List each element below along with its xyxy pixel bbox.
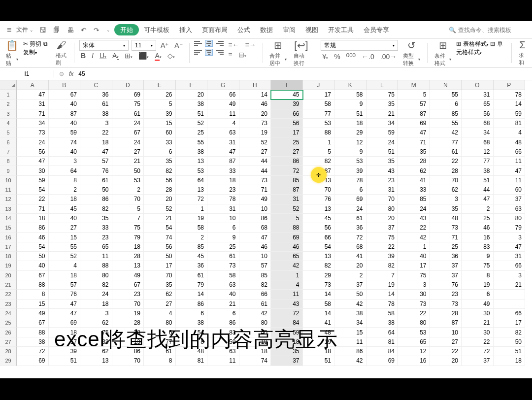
cell[interactable]: 2 [334,271,366,280]
cell[interactable]: 15 [17,300,49,309]
row-header-4[interactable]: 4 [0,119,17,128]
cell[interactable]: 86 [271,157,303,166]
cell[interactable]: 6 [207,223,239,233]
cell[interactable]: 15 [49,233,81,242]
cell[interactable]: 3 [49,157,81,166]
cell[interactable]: 52 [144,204,176,214]
cell[interactable]: 43 [366,166,399,175]
row-header-1[interactable]: 1 [0,90,17,100]
cell[interactable]: 82 [80,204,112,214]
row-header-10[interactable]: 10 [0,176,17,185]
cell[interactable]: 49 [207,100,239,109]
cell[interactable]: 20 [334,261,366,270]
cell[interactable]: 38 [17,337,49,347]
cell[interactable]: 4 [494,128,526,137]
col-header-H[interactable]: H [239,80,271,90]
cell[interactable]: 13 [112,261,144,270]
cell[interactable]: 46 [239,242,271,252]
increase-indent[interactable]: ≡→ [244,40,258,50]
cell[interactable]: 5 [112,204,144,214]
row-header-18[interactable]: 18 [0,252,17,261]
cell[interactable]: 87 [430,318,462,328]
currency-button[interactable]: ¥▾ [321,52,330,62]
cell[interactable]: 14 [303,290,335,299]
cell[interactable]: 85 [176,242,208,252]
cell[interactable]: 69 [398,119,430,128]
save-icon[interactable]: 🖫 [36,24,49,36]
cell[interactable]: 35 [366,157,399,166]
cell[interactable]: 18 [49,195,81,204]
cond-format-group[interactable]: ⊞ 条件格式▾ [432,40,454,66]
orientation[interactable]: ≡ [227,50,233,60]
cell[interactable]: 47 [17,90,49,100]
cell[interactable]: 87 [271,185,303,195]
fx-icon[interactable]: fx [69,70,73,77]
cell[interactable]: 12 [398,347,430,356]
cell[interactable]: 76 [430,280,462,290]
col-header-E[interactable]: E [144,80,176,90]
cell[interactable]: 88 [80,261,112,270]
cell[interactable]: 72 [271,309,303,318]
cell[interactable]: 26 [144,90,176,100]
cell[interactable]: 75 [366,90,399,100]
cell[interactable]: 25 [271,137,303,147]
cell[interactable]: 16 [398,356,430,366]
font-size-select[interactable]: 11▾ [132,40,156,51]
percent-button[interactable]: % [332,52,341,62]
cell[interactable]: 76 [49,290,81,299]
cell[interactable]: 40 [398,252,430,261]
cell[interactable]: 52 [176,119,208,128]
cell[interactable]: 4 [49,261,81,270]
cell[interactable]: 72 [176,195,208,204]
cell[interactable]: 35 [366,100,399,109]
col-header-K[interactable]: K [334,80,366,90]
cell[interactable]: 44 [462,185,494,195]
cell[interactable]: 51 [462,176,494,185]
cell[interactable]: 24 [80,290,112,299]
cell[interactable]: 28 [112,252,144,261]
cell[interactable]: 73 [398,300,430,309]
cell[interactable]: 34 [17,119,49,128]
number-format-select[interactable]: 常规▾ [321,40,398,51]
cell[interactable]: 69 [112,90,144,100]
cell[interactable]: 75 [366,233,399,242]
cell[interactable]: 49 [112,271,144,280]
cell[interactable]: 87 [49,109,81,119]
cell[interactable]: 9 [334,147,366,157]
menu-item-2[interactable]: 插入 [174,23,197,36]
row-header-25[interactable]: 25 [0,318,17,328]
cell[interactable]: 42 [239,309,271,318]
cell[interactable]: 64 [366,328,399,337]
cell[interactable]: 63 [207,128,239,137]
cell[interactable]: 57 [398,100,430,109]
cell[interactable]: 81 [494,119,526,128]
align-top-center[interactable] [205,40,213,47]
cell[interactable]: 44 [239,157,271,166]
cell[interactable]: 53 [334,157,366,166]
cell[interactable]: 41 [398,176,430,185]
cell[interactable]: 31 [462,90,494,100]
cell[interactable]: 14 [303,309,335,318]
cell[interactable]: 61 [334,214,366,223]
formula-input[interactable] [78,70,527,77]
cell[interactable]: 83 [462,242,494,252]
cell[interactable]: 80 [80,271,112,280]
cell[interactable]: 27 [144,300,176,309]
cell[interactable]: 29 [303,271,335,280]
cell[interactable]: 1 [271,271,303,280]
cell[interactable]: 28 [144,185,176,195]
cell[interactable]: 3 [80,309,112,318]
cell[interactable]: 38 [334,309,366,318]
cell[interactable]: 38 [176,100,208,109]
cell[interactable]: 56 [144,242,176,252]
cell[interactable]: 56 [271,119,303,128]
cell[interactable]: 20 [430,356,462,366]
cell[interactable]: 5 [303,147,335,157]
cell[interactable]: 60 [144,128,176,137]
cell[interactable]: 88 [271,223,303,233]
cell[interactable]: 49 [17,309,49,318]
cell[interactable]: 31 [494,252,526,261]
font-name-select[interactable]: 宋体▾ [79,40,129,51]
cell[interactable]: 3 [430,195,462,204]
cell[interactable]: 23 [366,176,399,185]
